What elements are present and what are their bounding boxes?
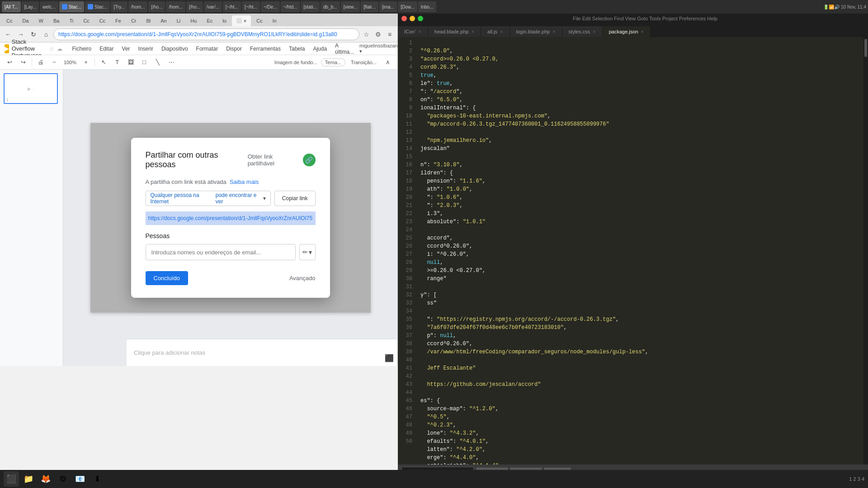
theme-button[interactable]: Tema... bbox=[321, 58, 345, 66]
browser-tab-11[interactable]: An bbox=[156, 15, 171, 26]
browser-tab-6[interactable]: Cc bbox=[79, 15, 94, 26]
star-icon[interactable]: ☆ bbox=[49, 46, 54, 52]
taskbar-item-11[interactable]: /var/... bbox=[204, 1, 222, 12]
taskbar-item-3[interactable]: welc... bbox=[40, 1, 58, 12]
window-close-button[interactable] bbox=[401, 16, 407, 21]
print-button[interactable]: 🖨 bbox=[35, 56, 47, 68]
taskbar-item-15[interactable]: ~/htd... bbox=[281, 1, 300, 12]
browser-tab-9[interactable]: Cr bbox=[127, 15, 141, 26]
taskbar-item-7[interactable]: /hom... bbox=[128, 1, 148, 12]
browser-tab-7[interactable]: Cc bbox=[95, 15, 110, 26]
home-button[interactable]: ⌂ bbox=[41, 29, 52, 40]
browser-tab-10[interactable]: Bl bbox=[142, 15, 156, 26]
learn-more-link[interactable]: Saiba mais bbox=[230, 178, 259, 185]
image-tool[interactable]: 🖼 bbox=[125, 56, 137, 68]
reload-button[interactable]: ↻ bbox=[28, 29, 39, 40]
link-green-icon[interactable]: 🔗 bbox=[303, 154, 315, 166]
settings-icon[interactable]: ⚙ bbox=[373, 29, 383, 39]
forward-button[interactable]: → bbox=[15, 29, 26, 40]
sublime-tab-5[interactable]: styles.css× bbox=[562, 26, 603, 37]
browser-tab-15[interactable]: lo bbox=[218, 15, 231, 26]
browser-tab-18[interactable]: In bbox=[268, 15, 281, 26]
taskbar-app-settings[interactable]: ⚙ bbox=[55, 471, 71, 487]
menu-dispor[interactable]: Dispor bbox=[222, 44, 245, 54]
zoom-in-button[interactable]: + bbox=[80, 56, 92, 68]
taskbar-item-14[interactable]: ~/De... bbox=[261, 1, 280, 12]
scrollbar-vertical[interactable] bbox=[863, 37, 868, 465]
taskbar-item-16[interactable]: [stati... bbox=[301, 1, 320, 12]
menu-formatar[interactable]: Formatar bbox=[193, 44, 222, 54]
taskbar-app-terminal[interactable]: ⬛ bbox=[4, 471, 19, 487]
browser-tab-5[interactable]: Ti bbox=[65, 15, 78, 26]
link-url-field[interactable] bbox=[146, 211, 316, 225]
menu-ficheiro[interactable]: Ficheiro bbox=[69, 44, 95, 54]
taskbar-item-1[interactable]: [All T... bbox=[2, 1, 21, 12]
menu-editar[interactable]: Editar bbox=[96, 44, 117, 54]
undo-button[interactable]: ↩ bbox=[4, 56, 15, 68]
pencil-button[interactable]: ✏ ▾ bbox=[299, 244, 316, 260]
text-tool[interactable]: T bbox=[111, 56, 123, 68]
notes-area[interactable]: Clique para adicionar notas ⬛ bbox=[127, 339, 397, 366]
menu-last[interactable]: A última... bbox=[331, 41, 358, 57]
taskbar-item-18[interactable]: [view... bbox=[341, 1, 360, 12]
menu-ferramentas[interactable]: Ferramentas bbox=[246, 44, 284, 54]
link-dropdown[interactable]: Qualquer pessoa na Internet pode encontr… bbox=[146, 191, 271, 206]
window-minimize-button[interactable] bbox=[410, 16, 415, 21]
expand-notes-icon[interactable]: ⬛ bbox=[385, 354, 394, 362]
taskbar-item-9[interactable]: /hom... bbox=[166, 1, 185, 12]
sublime-tab-6-active[interactable]: package.json× bbox=[603, 26, 651, 37]
zoom-out-button[interactable]: − bbox=[48, 56, 60, 68]
taskbar-item-8[interactable]: [/ho... bbox=[148, 1, 165, 12]
taskbar-item-6[interactable]: [Try... bbox=[111, 1, 127, 12]
taskbar-app-firefox[interactable]: 🦊 bbox=[38, 471, 53, 487]
menu-icon[interactable]: ≡ bbox=[385, 29, 395, 39]
menu-inserir[interactable]: Inserir bbox=[135, 44, 157, 54]
sublime-tab-4[interactable]: login.blade.php× bbox=[510, 26, 562, 37]
taskbar-item-22[interactable]: Inbo... bbox=[418, 1, 436, 12]
browser-tab-8[interactable]: Fe bbox=[111, 15, 126, 26]
menu-ajuda[interactable]: Ajuda bbox=[309, 44, 330, 54]
taskbar-item-10[interactable]: [/ho... bbox=[186, 1, 203, 12]
taskbar-item-5[interactable]: Stac... bbox=[85, 1, 110, 12]
taskbar-app-files[interactable]: 📁 bbox=[21, 471, 36, 487]
taskbar-item-12[interactable]: [~/ht... bbox=[223, 1, 241, 12]
taskbar-item-2[interactable]: [Lay... bbox=[22, 1, 39, 12]
copy-link-button[interactable]: Copiar link bbox=[274, 191, 316, 206]
browser-tab-2[interactable]: Da bbox=[18, 15, 33, 26]
browser-tab-1[interactable]: Cc bbox=[2, 15, 17, 26]
taskbar-item-17[interactable]: db_b... bbox=[321, 1, 340, 12]
sublime-tab-3[interactable]: all.js× bbox=[481, 26, 509, 37]
browser-tab-active[interactable]: × bbox=[232, 15, 251, 26]
browser-tab-12[interactable]: Li bbox=[172, 15, 185, 26]
advanced-link[interactable]: Avançado bbox=[289, 275, 316, 282]
taskbar-item-4[interactable]: Stac... bbox=[59, 1, 84, 12]
browser-tab-4[interactable]: Ba bbox=[49, 15, 64, 26]
slide-thumbnail[interactable]: ▶ · 1 bbox=[4, 73, 58, 104]
taskbar-item-21[interactable]: [Dow... bbox=[398, 1, 417, 12]
back-button[interactable]: ← bbox=[3, 29, 14, 40]
taskbar-item-19[interactable]: [flair... bbox=[361, 1, 378, 12]
window-maximize-button[interactable] bbox=[418, 16, 423, 21]
code-editor[interactable]: "^0.26.0", "accord>=0.26.0 <0.27.0, cord… bbox=[416, 37, 863, 465]
slide-canvas[interactable]: Partilhar com outras pessoas Obter link … bbox=[90, 123, 371, 313]
scrollbar-thumb[interactable] bbox=[864, 39, 867, 57]
browser-tab-3[interactable]: W bbox=[34, 15, 48, 26]
browser-tab-13[interactable]: Hu bbox=[186, 15, 201, 26]
done-button[interactable]: Concluído bbox=[146, 271, 189, 285]
sublime-tab-1[interactable]: ICon'× bbox=[398, 26, 428, 37]
bookmark-icon[interactable]: ☆ bbox=[361, 29, 371, 39]
collapse-toolbar-button[interactable]: ∧ bbox=[382, 56, 394, 68]
taskbar-app-download[interactable]: ⬇ bbox=[90, 471, 105, 487]
redo-button[interactable]: ↪ bbox=[17, 56, 29, 68]
transition-button[interactable]: Transição... bbox=[347, 59, 380, 66]
people-input[interactable] bbox=[146, 244, 296, 260]
shapes-tool[interactable]: □ bbox=[138, 56, 150, 68]
taskbar-app-mail[interactable]: 📧 bbox=[72, 471, 88, 487]
menu-diapositivo[interactable]: Diapositivo bbox=[158, 44, 192, 54]
address-bar[interactable] bbox=[53, 28, 359, 40]
taskbar-item-20[interactable]: [ima... bbox=[379, 1, 397, 12]
sublime-tab-2[interactable]: head.blade.php× bbox=[428, 26, 481, 37]
browser-tab-14[interactable]: Ec bbox=[202, 15, 217, 26]
menu-ver[interactable]: Ver bbox=[118, 44, 134, 54]
more-tools[interactable]: ⋯ bbox=[165, 56, 177, 68]
